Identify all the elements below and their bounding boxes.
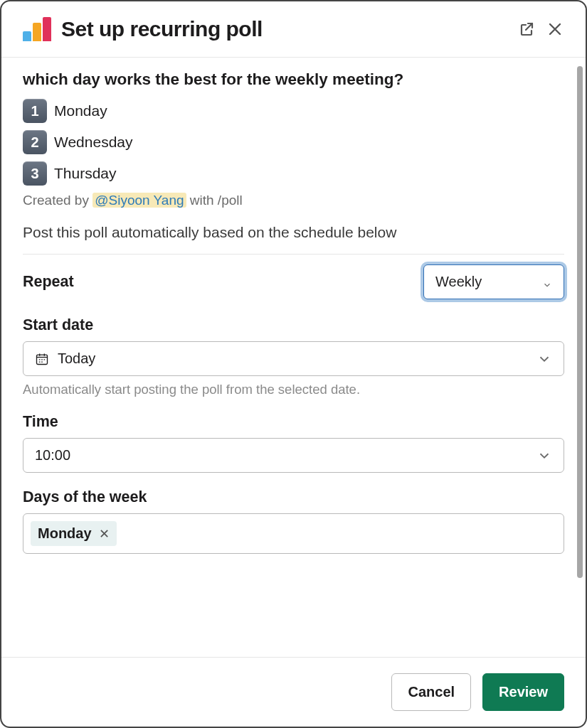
created-prefix: Created by [23, 193, 92, 208]
time-select[interactable]: 10:00 [23, 438, 564, 473]
time-block: Time 10:00 [23, 413, 564, 473]
start-date-hint: Automatically start posting the poll fro… [23, 382, 564, 397]
logo-bar-3 [43, 17, 51, 41]
modal-footer: Cancel Review [1, 657, 586, 727]
created-suffix: with /poll [186, 193, 243, 208]
poll-option: 1 Monday [23, 99, 564, 123]
logo-bar-1 [23, 31, 31, 41]
poll-option: 3 Thursday [23, 161, 564, 186]
chevron-down-icon [542, 277, 552, 287]
created-by-text: Created by @Siyoon Yang with /poll [23, 193, 564, 208]
scrollbar-thumb[interactable] [577, 66, 583, 578]
option-label: Thursday [54, 165, 117, 182]
start-date-select[interactable]: Today [23, 341, 564, 376]
user-mention[interactable]: @Siyoon Yang [92, 193, 186, 208]
days-block: Days of the week Monday ✕ [23, 488, 564, 554]
poll-option: 2 Wednesday [23, 130, 564, 154]
repeat-value: Weekly [435, 274, 482, 290]
poll-question: which day works the best for the weekly … [23, 70, 564, 89]
chevron-down-icon [536, 448, 552, 464]
modal-title: Set up recurring poll [61, 17, 507, 41]
modal-header: Set up recurring poll [1, 1, 586, 58]
option-number-icon: 2 [23, 130, 47, 154]
start-date-label: Start date [23, 316, 564, 334]
poll-app-logo [23, 17, 51, 41]
option-number-icon: 1 [23, 99, 47, 123]
remove-tag-icon[interactable]: ✕ [99, 526, 110, 542]
divider [23, 254, 564, 255]
schedule-description: Post this poll automatically based on th… [23, 224, 564, 248]
recurring-poll-modal: Set up recurring poll which day works th… [0, 0, 587, 728]
repeat-row: Repeat Weekly [23, 264, 564, 299]
review-button[interactable]: Review [482, 673, 564, 711]
days-multiselect[interactable]: Monday ✕ [23, 513, 564, 554]
logo-bar-2 [33, 23, 41, 41]
option-label: Monday [54, 102, 107, 119]
day-tag: Monday ✕ [31, 521, 117, 546]
days-label: Days of the week [23, 488, 564, 506]
day-tag-label: Monday [38, 525, 92, 542]
repeat-select[interactable]: Weekly [423, 264, 564, 299]
calendar-icon [35, 352, 49, 366]
poll-options: 1 Monday 2 Wednesday 3 Thursday [23, 99, 564, 186]
option-label: Wednesday [54, 134, 133, 151]
modal-body: which day works the best for the weekly … [1, 58, 586, 657]
close-icon[interactable] [546, 20, 564, 38]
chevron-down-icon [536, 351, 552, 367]
option-number-icon: 3 [23, 161, 47, 186]
start-date-block: Start date Today Automatically start pos… [23, 316, 564, 397]
time-label: Time [23, 413, 564, 431]
cancel-button[interactable]: Cancel [391, 673, 471, 711]
repeat-label: Repeat [23, 273, 74, 291]
open-external-icon[interactable] [517, 20, 536, 38]
start-date-value: Today [58, 350, 95, 367]
time-value: 10:00 [35, 447, 70, 464]
